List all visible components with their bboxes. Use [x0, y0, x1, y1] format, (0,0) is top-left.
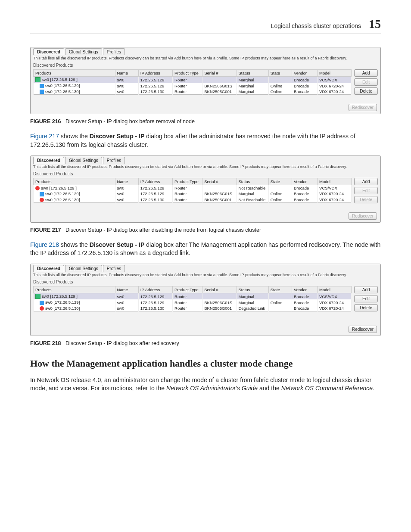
- product-cell: sw0 [172.26.5.129]: [45, 83, 80, 88]
- model-cell: VDX 6720-24: [318, 299, 352, 305]
- products-table[interactable]: ProductsNameIP AddressProduct TypeSerial…: [33, 69, 352, 95]
- ip-cell: 172.26.5.130: [138, 305, 172, 311]
- tab-discovered[interactable]: Discovered: [33, 265, 64, 272]
- table-row[interactable]: sw0 [172.26.5.129 ]sw0172.26.5.129Router…: [34, 185, 352, 191]
- column-header-ip[interactable]: IP Address: [138, 286, 172, 293]
- column-header-vend[interactable]: Vendor: [292, 286, 317, 293]
- column-header-ip[interactable]: IP Address: [138, 70, 172, 77]
- column-header-vend[interactable]: Vendor: [292, 70, 317, 77]
- tab-profiles[interactable]: Profiles: [103, 265, 125, 272]
- stat-cell: Marginal: [237, 299, 268, 305]
- state-cell: Online: [268, 197, 292, 203]
- state-cell: [268, 305, 292, 311]
- ip-cell: 172.26.5.130: [138, 89, 172, 95]
- column-header-prod[interactable]: Products: [34, 178, 115, 185]
- table-row[interactable]: sw0 [172.26.5.130]sw0172.26.5.130RouterB…: [34, 197, 352, 203]
- column-header-model[interactable]: Model: [318, 70, 352, 77]
- add-button[interactable]: Add: [354, 69, 378, 77]
- add-button[interactable]: Add: [354, 178, 378, 185]
- column-header-ptype[interactable]: Product Type: [173, 178, 202, 185]
- column-header-state[interactable]: State: [268, 70, 292, 77]
- tab-profiles[interactable]: Profiles: [103, 48, 125, 55]
- delete-button[interactable]: Delete: [354, 304, 378, 311]
- vend-cell: Brocade: [292, 77, 317, 83]
- tab-global-settings[interactable]: Global Settings: [65, 48, 102, 55]
- tab-discovered[interactable]: Discovered: [33, 157, 64, 164]
- tab-bar: Discovered Global Settings Profiles: [33, 157, 378, 164]
- ip-cell: 172.26.5.129: [138, 299, 172, 305]
- delete-button[interactable]: Delete: [354, 87, 378, 95]
- stat-cell: Not Reachable: [237, 185, 268, 191]
- column-header-stat[interactable]: Status: [237, 70, 268, 77]
- table-row[interactable]: sw0 [172.26.5.129 ]sw0172.26.5.129Router…: [34, 293, 352, 299]
- column-header-model[interactable]: Model: [318, 178, 352, 185]
- edit-button[interactable]: Edit: [354, 187, 378, 194]
- products-table[interactable]: ProductsNameIP AddressProduct TypeSerial…: [33, 178, 352, 203]
- ptype-cell: Router: [173, 89, 202, 95]
- add-button[interactable]: Add: [354, 286, 378, 293]
- column-header-stat[interactable]: Status: [237, 286, 268, 293]
- stat-cell: Degraded Link: [237, 305, 268, 311]
- figure-caption-216: FIGURE 216 Discover Setup - IP dialog bo…: [30, 118, 381, 124]
- figure-link-218[interactable]: Figure 218: [30, 241, 59, 248]
- figure-text: Discover Setup - IP dialog box before re…: [65, 118, 195, 124]
- products-table[interactable]: ProductsNameIP AddressProduct TypeSerial…: [33, 286, 352, 311]
- tab-hint: This tab lists all the discovered IP pro…: [33, 56, 378, 60]
- column-header-name[interactable]: Name: [115, 178, 138, 185]
- column-header-vend[interactable]: Vendor: [292, 178, 317, 185]
- table-row[interactable]: sw0 [172.26.5.130]sw0172.26.5.130RouterB…: [34, 89, 352, 95]
- name-cell: sw0: [115, 77, 138, 83]
- column-header-ser[interactable]: Serial #: [202, 70, 237, 77]
- vend-cell: Brocade: [292, 299, 317, 305]
- ptype-cell: Router: [173, 77, 202, 83]
- table-row[interactable]: sw0 [172.26.5.129]sw0172.26.5.129RouterB…: [34, 191, 352, 196]
- figure-link-217[interactable]: Figure 217: [30, 133, 59, 140]
- table-row[interactable]: sw0 [172.26.5.129]sw0172.26.5.129RouterB…: [34, 299, 352, 305]
- rediscover-button[interactable]: Rediscover: [349, 326, 377, 333]
- column-header-prod[interactable]: Products: [34, 286, 115, 293]
- column-header-stat[interactable]: Status: [237, 178, 268, 185]
- rediscover-button[interactable]: Rediscover: [349, 212, 377, 220]
- tree-icon: [35, 294, 40, 299]
- ser-cell: BKN2505G001: [202, 197, 237, 203]
- ptype-cell: Router: [173, 197, 202, 203]
- ip-cell: 172.26.5.129: [138, 83, 172, 88]
- tab-global-settings[interactable]: Global Settings: [65, 265, 102, 272]
- tab-hint: This tab lists all the discovered IP pro…: [33, 273, 378, 277]
- column-header-name[interactable]: Name: [115, 286, 138, 293]
- column-header-ser[interactable]: Serial #: [202, 178, 237, 185]
- edit-button[interactable]: Edit: [354, 295, 378, 302]
- state-cell: Online: [268, 89, 292, 95]
- column-header-model[interactable]: Model: [318, 286, 352, 293]
- tab-profiles[interactable]: Profiles: [103, 157, 125, 164]
- tab-bar: Discovered Global Settings Profiles: [33, 48, 378, 55]
- rediscover-button[interactable]: Rediscover: [349, 104, 377, 111]
- column-header-ptype[interactable]: Product Type: [173, 286, 202, 293]
- ip-cell: 172.26.5.130: [138, 197, 172, 203]
- model-cell: VDX 6720-24: [318, 191, 352, 196]
- tree-icon: [35, 77, 40, 82]
- edit-button[interactable]: Edit: [354, 78, 378, 86]
- column-header-name[interactable]: Name: [115, 70, 138, 77]
- delete-button[interactable]: Delete: [354, 196, 378, 203]
- stat-cell: Marginal: [237, 89, 268, 95]
- column-header-prod[interactable]: Products: [34, 70, 115, 77]
- tab-discovered[interactable]: Discovered: [33, 48, 64, 55]
- tab-global-settings[interactable]: Global Settings: [65, 157, 102, 164]
- column-header-state[interactable]: State: [268, 286, 292, 293]
- ptype-cell: Router: [173, 293, 202, 299]
- figure-text: Discover Setup - IP dialog box after dis…: [65, 227, 261, 233]
- name-cell: sw0: [115, 299, 138, 305]
- column-header-ptype[interactable]: Product Type: [173, 70, 202, 77]
- state-cell: Online: [268, 83, 292, 88]
- table-row[interactable]: sw0 [172.26.5.129]sw0172.26.5.129RouterB…: [34, 83, 352, 88]
- group-label: Discovered Products: [33, 63, 378, 68]
- column-header-state[interactable]: State: [268, 178, 292, 185]
- sw-icon: [35, 186, 40, 190]
- column-header-ser[interactable]: Serial #: [202, 286, 237, 293]
- state-cell: [268, 185, 292, 191]
- table-row[interactable]: sw0 [172.26.5.129 ]sw0172.26.5.129Router…: [34, 77, 352, 83]
- table-row[interactable]: sw0 [172.26.5.130]sw0172.26.5.130RouterB…: [34, 305, 352, 311]
- column-header-ip[interactable]: IP Address: [138, 178, 172, 185]
- group-label: Discovered Products: [33, 171, 378, 176]
